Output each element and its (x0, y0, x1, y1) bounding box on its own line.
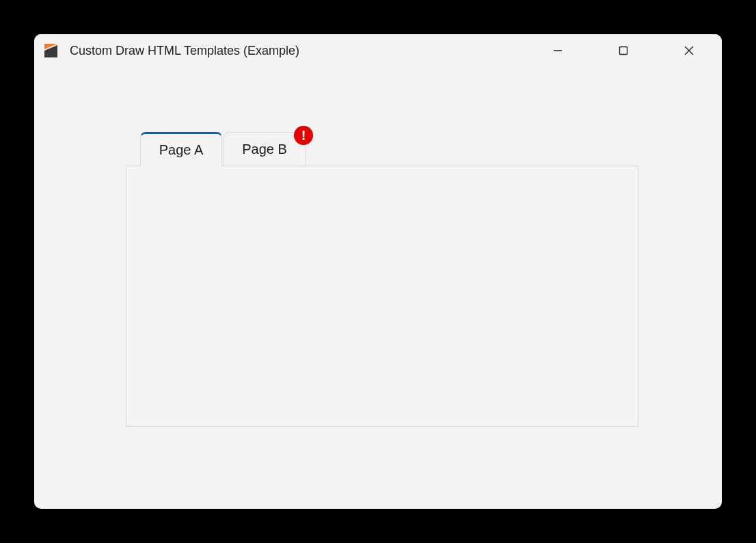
tab-strip: Page A Page B ! (140, 132, 307, 166)
window-title: Custom Draw HTML Templates (Example) (70, 44, 525, 58)
window: Custom Draw HTML Templates (Example) (34, 34, 722, 509)
app-icon (44, 43, 59, 58)
tab-label: Page B (242, 142, 287, 157)
title-bar: Custom Draw HTML Templates (Example) (34, 34, 722, 67)
alert-badge-icon: ! (294, 126, 313, 145)
svg-rect-3 (620, 47, 627, 55)
close-button[interactable] (656, 34, 722, 67)
window-controls (525, 34, 722, 67)
minimize-button[interactable] (525, 34, 591, 67)
tab-page-b[interactable]: Page B ! (224, 132, 306, 166)
client-area: Page A Page B ! (34, 67, 722, 509)
maximize-button[interactable] (591, 34, 656, 67)
tab-content-area (126, 165, 638, 427)
tab-label: Page A (159, 142, 204, 158)
tab-page-a[interactable]: Page A (140, 132, 222, 166)
